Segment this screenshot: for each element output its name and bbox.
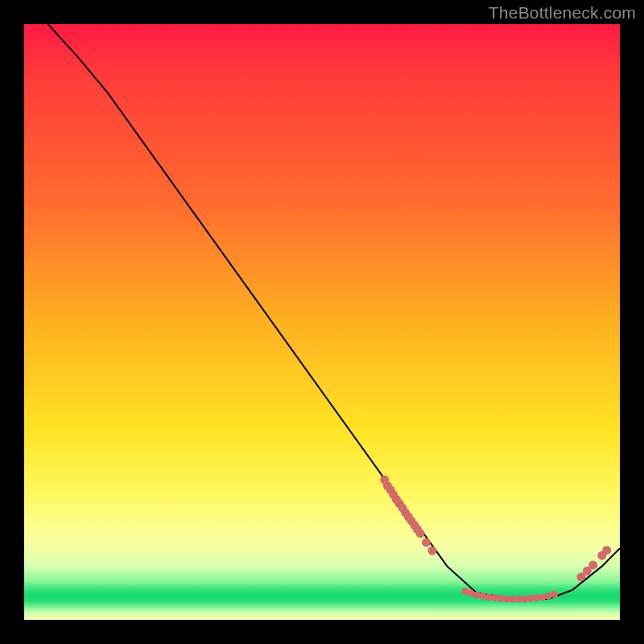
plot-svg <box>24 24 620 620</box>
plot-area <box>24 24 620 620</box>
data-point <box>602 546 611 555</box>
data-point <box>479 592 486 600</box>
data-point <box>422 538 431 547</box>
data-point <box>427 547 436 555</box>
bottleneck-curve <box>48 24 620 599</box>
data-point <box>473 591 481 598</box>
attribution-text: TheBottleneck.com <box>489 3 636 23</box>
data-markers <box>380 476 611 603</box>
chart-frame: TheBottleneck.com <box>0 0 644 644</box>
data-point <box>551 591 558 598</box>
data-point <box>539 593 546 601</box>
data-point <box>588 560 597 569</box>
data-point <box>416 529 425 538</box>
